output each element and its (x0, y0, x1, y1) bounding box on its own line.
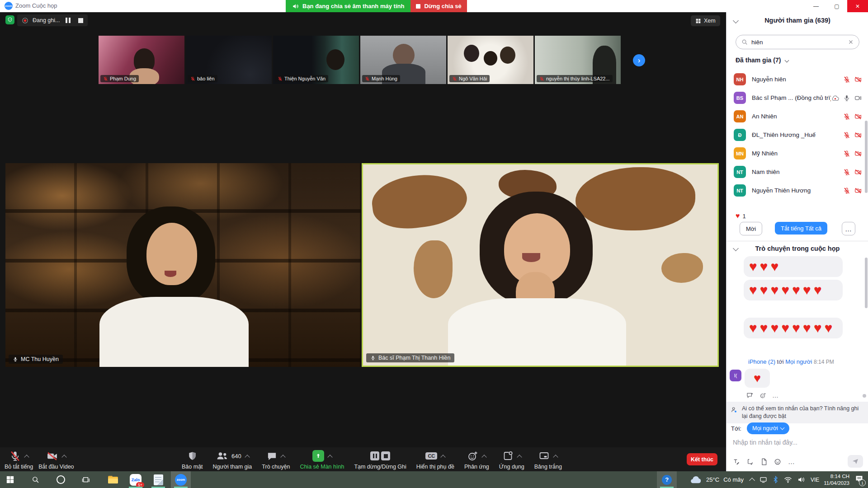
taskbar-search-icon (32, 476, 39, 483)
language-indicator[interactable]: VIE (811, 477, 819, 483)
reactions-chevron[interactable] (482, 455, 487, 460)
participant-row[interactable]: NT Nguyễn Thiên Hương (726, 181, 868, 200)
file-icon[interactable] (761, 458, 767, 465)
next-page-button[interactable]: › (633, 54, 645, 66)
video-name-plate: MC Thu Huyền (9, 355, 63, 364)
chat-chevron[interactable] (281, 455, 286, 460)
invite-button[interactable]: Mời (740, 222, 762, 235)
record-icon (22, 17, 28, 24)
participant-row[interactable]: NH Nguyễn hiên (726, 70, 868, 89)
end-meeting-button[interactable]: Kết thúc (687, 453, 717, 465)
clock-widget[interactable]: 8:14 CH 11/04/2023 (824, 473, 849, 487)
cast-device-icon[interactable] (760, 476, 767, 483)
view-button[interactable]: Xem (691, 15, 720, 26)
reaction-count: 1 (743, 213, 746, 220)
speaker-tray-icon[interactable] (797, 476, 805, 483)
captions-button[interactable]: CC Hiển thị phụ đề (414, 447, 457, 471)
notepad-app-button[interactable] (148, 471, 168, 488)
zoom-app-button[interactable]: zoom (171, 471, 191, 488)
chat-input[interactable]: Nhập tin nhắn tại đây... (733, 439, 797, 446)
sender-name[interactable]: iPhone (2) (748, 358, 775, 365)
chat-scrollbar[interactable] (865, 258, 868, 308)
stop-share-button[interactable]: Dừng chia sẻ (410, 0, 467, 12)
zoom-app-icon: zoom (5, 2, 13, 10)
joined-section-header[interactable]: Đã tham gia (7) (736, 56, 788, 64)
notification-center-button[interactable]: 1 (855, 475, 863, 484)
weather-widget[interactable]: 25°C Có mây (689, 475, 744, 484)
taskbar-search-button[interactable] (25, 471, 45, 488)
video-tile-mc[interactable]: MC Thu Huyền (5, 163, 361, 367)
video-thumbnail[interactable]: Mạnh Hùng (360, 36, 446, 84)
mic-options-chevron[interactable] (24, 455, 29, 460)
pause-stop-recording-button[interactable]: Tạm dừng/Dừng Ghi (351, 447, 409, 471)
task-view-button[interactable] (76, 471, 96, 488)
participants-scrollbar[interactable] (865, 121, 868, 193)
tray-expand-chevron[interactable] (749, 478, 755, 483)
mute-all-button[interactable]: Tắt tiếng Tất cả (775, 222, 827, 235)
apps-button[interactable]: Ứng dụng (496, 447, 527, 471)
message-more-icon[interactable]: … (772, 392, 778, 399)
send-message-button[interactable] (848, 455, 863, 468)
recipient-selector[interactable]: Mọi người (747, 422, 789, 434)
avatar: AN (734, 110, 746, 122)
share-chevron[interactable] (327, 455, 332, 460)
chat-privacy-notice: Ai có thể xem tin nhắn của bạn? Tính năn… (726, 402, 868, 423)
video-thumbnail[interactable]: bảo liên (186, 36, 272, 84)
participants-button[interactable]: 640 Người tham gia (210, 447, 255, 471)
participant-search-input[interactable]: hiên (736, 35, 859, 49)
cortana-button[interactable] (51, 471, 71, 488)
participant-row[interactable]: AN An Nhiên (726, 107, 868, 126)
captions-chevron[interactable] (441, 455, 446, 460)
security-shield-icon[interactable] (5, 15, 14, 24)
whiteboard-button[interactable]: Bảng trắng (532, 447, 565, 471)
mic-on-icon (843, 94, 850, 102)
reply-icon[interactable] (746, 392, 754, 399)
chat-button[interactable]: Trò chuyện (259, 447, 292, 471)
reactions-button[interactable]: Phản ứng (462, 447, 492, 471)
video-thumbnail[interactable]: Thiện Nguyễn Văn (273, 36, 359, 84)
participant-row[interactable]: BS Bác sĩ Phạm ... (Đồng chủ trì) (726, 89, 868, 107)
record-control-label: Tạm dừng/Dừng Ghi (354, 462, 406, 471)
close-button[interactable]: ✕ (847, 0, 868, 12)
muted-mic-icon (278, 76, 283, 81)
video-thumbnail[interactable]: nguyễn thị thùy linh-LSA22... (535, 36, 621, 84)
format-text-icon[interactable] (733, 458, 740, 465)
video-options-chevron[interactable] (62, 455, 67, 460)
wifi-icon[interactable] (784, 477, 792, 483)
more-options-button[interactable]: … (842, 222, 855, 235)
unmute-button[interactable]: Bỏ tắt tiếng (2, 447, 36, 471)
avatar: NH (734, 73, 746, 85)
screenshot-icon[interactable] (747, 458, 754, 465)
bluetooth-icon[interactable] (773, 476, 778, 483)
emoji-icon[interactable] (774, 458, 781, 465)
start-button[interactable] (0, 471, 20, 488)
start-video-button[interactable]: Bắt đầu Video (36, 447, 76, 471)
stop-recording-button[interactable] (78, 18, 83, 23)
recipient-name[interactable]: Mọi người (785, 358, 812, 365)
taskbar-date: 11/04/2023 (824, 480, 849, 487)
video-thumbnail[interactable]: Ngô Văn Hải (448, 36, 533, 84)
camera-off-icon (46, 450, 58, 462)
participants-chevron[interactable] (245, 455, 250, 460)
clear-search-icon[interactable] (848, 39, 854, 45)
help-app-button[interactable]: ? (657, 471, 677, 488)
share-screen-button[interactable]: Chia sẻ Màn hình (297, 447, 347, 471)
participants-icon (216, 450, 229, 461)
security-button[interactable]: Bảo mật (179, 447, 206, 471)
participant-row[interactable]: MN Mỹ Nhiên (726, 144, 868, 163)
whiteboard-chevron[interactable] (553, 455, 558, 460)
video-tile-doctor-active[interactable]: Bác sĩ Phạm Thị Thanh Hiền (362, 163, 719, 367)
maximize-button[interactable]: ▢ (826, 0, 847, 12)
avatar: BS (734, 92, 746, 104)
participant-row[interactable]: NT Nam thiên (726, 163, 868, 181)
camera-off-icon (854, 169, 862, 176)
input-more-icon[interactable]: … (788, 458, 795, 465)
pause-recording-button[interactable] (66, 18, 71, 23)
participant-row[interactable]: Đ ĐL_Thiên Hương _Huế (726, 126, 868, 144)
minimize-button[interactable]: — (806, 0, 826, 12)
apps-chevron[interactable] (517, 455, 522, 460)
zalo-app-button[interactable]: Zalo 5+ (126, 471, 146, 488)
add-emoji-icon[interactable] (760, 392, 766, 399)
file-explorer-button[interactable] (103, 471, 123, 488)
video-thumbnail[interactable]: Phạm Dung (99, 36, 184, 84)
